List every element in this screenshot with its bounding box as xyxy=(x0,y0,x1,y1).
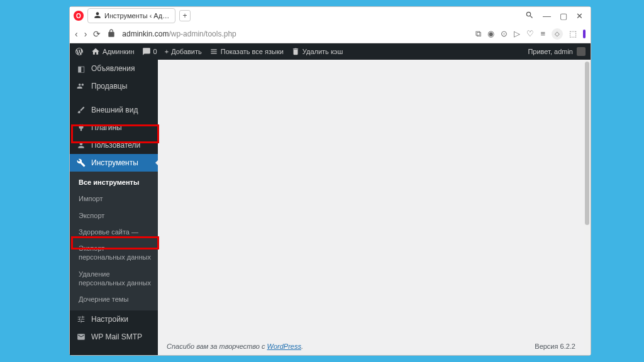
footer-thanks: Спасибо вам за творчество с WordPress. xyxy=(167,343,303,350)
window-controls: — ▢ ✕ xyxy=(525,11,587,21)
wp-admin-bar: Админкин 0 + Добавить Показать все языки… xyxy=(70,43,591,60)
submenu-site-health[interactable]: Здоровье сайта — xyxy=(70,224,158,240)
users-icon xyxy=(76,81,86,91)
wp-admin: Админкин 0 + Добавить Показать все языки… xyxy=(70,43,591,355)
tab-title: Инструменты ‹ Админки xyxy=(104,12,170,19)
sidebar-item-appearance[interactable]: Внешний вид xyxy=(70,101,158,119)
close-button[interactable]: ✕ xyxy=(576,11,583,21)
tools-submenu: Все инструменты Импорт Экспорт Здоровье … xyxy=(70,172,158,310)
lock-icon xyxy=(107,29,116,39)
megaphone-icon: ◧ xyxy=(76,63,86,74)
bookmark-icon[interactable]: ≡ xyxy=(540,29,545,38)
scrollbar-thumb[interactable] xyxy=(585,62,589,225)
person-icon xyxy=(93,11,102,21)
download-icon[interactable]: ⊙ xyxy=(501,29,508,38)
scrollbar-track[interactable] xyxy=(584,60,590,354)
wrench-icon xyxy=(76,158,86,168)
sliders-icon xyxy=(76,314,86,324)
heart-icon[interactable]: ♡ xyxy=(526,29,534,38)
submenu-all-tools[interactable]: Все инструменты xyxy=(70,174,158,190)
sidebar-item-users[interactable]: Пользователи xyxy=(70,136,158,154)
submenu-child-themes[interactable]: Дочерние темы xyxy=(70,291,158,307)
sidebar-item-sellers[interactable]: Продавцы xyxy=(70,77,158,95)
sidebar-item-yoast[interactable]: YYoast SEO xyxy=(70,352,158,355)
opera-logo-icon: O xyxy=(74,11,84,21)
browser-tab[interactable]: Инструменты ‹ Админки xyxy=(87,8,175,23)
avatar-icon xyxy=(577,47,586,56)
submenu-import[interactable]: Импорт xyxy=(70,190,158,207)
wp-footer: Спасибо вам за творчество с WordPress. В… xyxy=(158,337,584,355)
wordpress-link[interactable]: WordPress xyxy=(267,343,301,350)
sidebar-item-tools[interactable]: Инструменты xyxy=(70,154,158,172)
wp-version: Версия 6.2.2 xyxy=(535,343,575,350)
user-icon xyxy=(76,140,86,150)
tab-bar: O Инструменты ‹ Админки + — ▢ ✕ xyxy=(70,7,591,25)
site-link[interactable]: Админкин xyxy=(91,47,135,56)
reload-button[interactable]: ⟳ xyxy=(93,29,101,39)
back-button[interactable]: ‹ xyxy=(75,29,78,39)
search-icon[interactable] xyxy=(525,11,534,21)
sidebar-item-ads[interactable]: ◧Объявления xyxy=(70,60,158,77)
sidebar-item-settings[interactable]: Настройки xyxy=(70,310,158,328)
screenshot-icon[interactable]: ⧉ xyxy=(475,29,481,39)
forward-button[interactable]: › xyxy=(84,29,87,39)
url-bar-actions: ⧉ ◉ ⊙ ▷ ♡ ≡ ◇ ⬚ xyxy=(475,28,586,40)
sidebar-toggle-icon[interactable] xyxy=(583,30,586,38)
show-languages-link[interactable]: Показать все языки xyxy=(209,47,284,56)
comments-link[interactable]: 0 xyxy=(142,47,157,56)
submenu-export-personal[interactable]: Экспорт персональных данных xyxy=(70,240,158,266)
extensions-icon[interactable]: ⬚ xyxy=(569,29,577,38)
brush-icon xyxy=(76,105,86,115)
greeting[interactable]: Привет, admin xyxy=(528,47,586,56)
mail-icon xyxy=(76,332,86,342)
minimize-button[interactable]: — xyxy=(543,11,551,21)
plug-icon xyxy=(76,123,86,133)
add-new-link[interactable]: + Добавить xyxy=(165,48,202,55)
send-icon[interactable]: ▷ xyxy=(514,29,520,38)
sidebar-item-wpmailsmtp[interactable]: WP Mail SMTP xyxy=(70,328,158,346)
main-content xyxy=(158,60,591,355)
new-tab-button[interactable]: + xyxy=(179,10,191,21)
wp-logo-icon[interactable] xyxy=(75,47,84,56)
profile-icon[interactable]: ◇ xyxy=(552,28,563,40)
admin-sidebar: ◧Объявления Продавцы Внешний вид Плагины… xyxy=(70,60,158,355)
browser-window: O Инструменты ‹ Админки + — ▢ ✕ ‹ › ⟳ ad… xyxy=(69,6,591,356)
sidebar-item-plugins[interactable]: Плагины xyxy=(70,119,158,136)
url-text[interactable]: adminkin.com/wp-admin/tools.php xyxy=(122,30,236,38)
url-bar: ‹ › ⟳ adminkin.com/wp-admin/tools.php ⧉ … xyxy=(70,25,591,43)
submenu-export[interactable]: Экспорт xyxy=(70,207,158,224)
clear-cache-link[interactable]: Удалить кэш xyxy=(291,47,343,56)
camera-icon[interactable]: ◉ xyxy=(487,29,494,38)
submenu-erase-personal[interactable]: Удаление персональных данных xyxy=(70,266,158,292)
wp-body: ◧Объявления Продавцы Внешний вид Плагины… xyxy=(70,60,591,355)
maximize-button[interactable]: ▢ xyxy=(560,11,567,21)
